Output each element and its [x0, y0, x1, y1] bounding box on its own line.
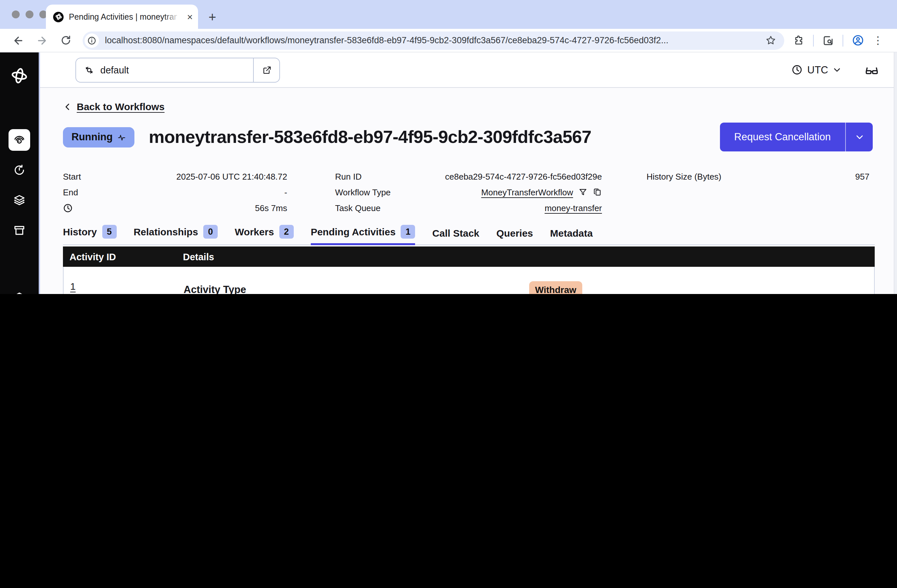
bookmark-star-icon[interactable] — [765, 35, 776, 46]
labs-glasses-icon[interactable] — [865, 63, 879, 77]
meta-value-end: - — [284, 187, 287, 197]
reload-icon[interactable] — [57, 35, 74, 46]
namespace-icon — [84, 64, 95, 75]
task-queue-link[interactable]: money-transfer — [545, 203, 602, 213]
workflow-type-link[interactable]: MoneyTransferWorkflow — [481, 187, 573, 197]
meta-label-task-queue: Task Queue — [335, 203, 381, 213]
timezone-selector[interactable]: UTC — [791, 64, 841, 76]
namespace-external-link-button[interactable] — [253, 58, 279, 82]
namespace-name: default — [100, 64, 129, 75]
meta-value-run-id: ce8eba29-574c-4727-9726-fc56ed03f29e — [445, 171, 602, 181]
tab-count-badge: 5 — [102, 225, 116, 238]
tab-search-icon[interactable] — [822, 34, 834, 46]
column-header-details: Details — [183, 251, 214, 262]
heartbeat-icon — [117, 133, 126, 141]
sidebar-item-archive[interactable] — [9, 220, 30, 241]
toolbar-divider — [843, 34, 843, 46]
clock-icon — [791, 64, 802, 75]
workflow-status-badge: Running — [63, 127, 135, 147]
cancel-menu-caret[interactable] — [845, 122, 873, 151]
workflow-detail-page: Back to Workflows Running moneytransfer-… — [40, 88, 897, 294]
table-header: Activity ID Details — [63, 246, 875, 267]
site-info-icon[interactable] — [84, 33, 99, 47]
tab-metadata[interactable]: Metadata — [550, 228, 593, 245]
meta-label-workflow-type: Workflow Type — [335, 187, 391, 197]
duration-clock-icon — [63, 203, 73, 213]
browser-menu-icon[interactable]: ⋮ — [873, 35, 883, 46]
forward-icon[interactable] — [34, 34, 51, 46]
tab-count-badge: 2 — [279, 225, 294, 238]
toolbar-right-icons: ⋮ — [793, 34, 883, 47]
tab-count-badge: 0 — [203, 225, 218, 238]
pending-activities-table: Activity ID Details 1 Activity TypeWithd… — [63, 246, 875, 294]
tab-relationships[interactable]: Relationships0 — [133, 225, 218, 245]
copy-icon[interactable] — [593, 188, 602, 197]
timezone-value: UTC — [807, 64, 828, 76]
namespace-selector[interactable]: default — [75, 57, 280, 82]
activity-id-link[interactable]: 1 — [70, 281, 76, 292]
workflow-id-title: moneytransfer-583e6fd8-eb97-4f95-9cb2-30… — [149, 127, 591, 147]
browser-tab[interactable]: Pending Activities | moneytran × — [46, 5, 198, 29]
tab-count-badge: 1 — [401, 225, 415, 238]
window-close-button[interactable] — [12, 11, 20, 18]
namespace-topbar: default UTC — [40, 52, 897, 88]
workflow-tabs: History5Relationships0Workers2Pending Ac… — [63, 225, 875, 245]
chevron-left-icon — [63, 102, 72, 111]
browser-toolbar: localhost:8080/namespaces/default/workfl… — [0, 29, 897, 52]
back-to-workflows-link[interactable]: Back to Workflows — [63, 101, 897, 112]
status-label: Running — [72, 131, 113, 143]
column-header-activity-id: Activity ID — [69, 251, 183, 262]
meta-label-end: End — [63, 187, 78, 197]
tab-call-stack[interactable]: Call Stack — [432, 228, 479, 245]
tab-workers[interactable]: Workers2 — [235, 225, 294, 245]
detail-row-activity-type: Activity TypeWithdraw — [184, 279, 868, 294]
app-window: Pending Activities | moneytran × + local… — [0, 0, 897, 294]
extensions-icon[interactable] — [793, 35, 805, 46]
profile-icon[interactable] — [852, 34, 864, 47]
browser-tab-title: Pending Activities | moneytran — [69, 12, 177, 21]
toolbar-divider — [813, 34, 814, 46]
url-text[interactable]: localhost:8080/namespaces/default/workfl… — [105, 35, 765, 45]
meta-label-history-size: History Size (Bytes) — [646, 171, 721, 181]
meta-value-start: 2025-07-06 UTC 21:40:48.72 — [176, 171, 287, 181]
detail-label: Activity Type — [184, 284, 529, 294]
temporal-logo-icon[interactable] — [11, 67, 28, 84]
main-panel: default UTC — [40, 52, 897, 294]
sidebar-item-workflows[interactable] — [9, 129, 30, 151]
left-sidebar: 2.34.0 — [0, 52, 40, 294]
meta-value-duration: 56s 7ms — [255, 203, 287, 213]
tab-title-fade — [164, 9, 180, 24]
meta-label-start: Start — [63, 171, 81, 181]
request-cancellation-button[interactable]: Request Cancellation — [719, 122, 873, 151]
browser-tabstrip: Pending Activities | moneytran × + — [0, 0, 897, 29]
page-scrollbar[interactable] — [894, 52, 897, 294]
tab-queries[interactable]: Queries — [496, 228, 533, 245]
tab-pending-activities[interactable]: Pending Activities1 — [311, 225, 415, 245]
workflow-meta: Start2025-07-06 UTC 21:40:48.72 End- 56s… — [63, 168, 897, 216]
table-row: 1 Activity TypeWithdrawAttempt10Attempts… — [63, 267, 875, 294]
window-minimize-button[interactable] — [26, 11, 34, 18]
sidebar-item-namespaces[interactable] — [9, 287, 30, 294]
address-bar[interactable]: localhost:8080/namespaces/default/workfl… — [83, 31, 784, 49]
activity-detail-rows: Activity TypeWithdrawAttempt10Attempts L… — [184, 279, 868, 294]
tab-history[interactable]: History5 — [63, 225, 116, 245]
tab-close-icon[interactable]: × — [187, 12, 193, 21]
sidebar-item-deployments[interactable] — [9, 189, 30, 211]
back-icon[interactable] — [10, 34, 27, 46]
chevron-down-icon — [833, 66, 841, 74]
meta-label-run-id: Run ID — [335, 171, 361, 181]
filter-funnel-icon[interactable] — [578, 188, 588, 197]
sidebar-item-schedules[interactable] — [9, 159, 30, 181]
temporal-favicon-icon — [53, 11, 64, 22]
detail-value-badge: Withdraw — [529, 281, 582, 294]
new-tab-button[interactable]: + — [208, 11, 216, 24]
window-controls[interactable] — [12, 11, 47, 18]
meta-value-history-size: 957 — [856, 171, 869, 181]
